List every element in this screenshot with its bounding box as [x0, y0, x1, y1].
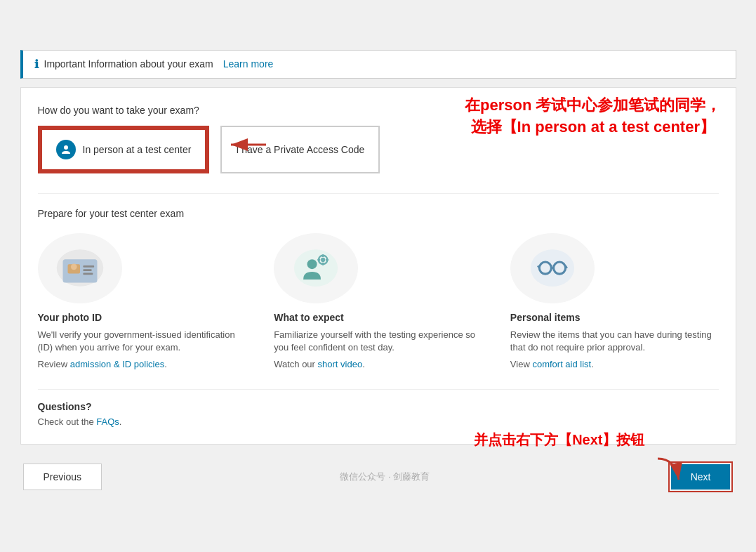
- svg-rect-17: [326, 258, 329, 261]
- comfort-aid-link[interactable]: comfort aid list: [532, 359, 591, 369]
- what-to-expect-desc: Familiarize yourself with the testing ex…: [274, 329, 482, 354]
- page-outer: ℹ Important Information about your exam …: [20, 50, 736, 503]
- photo-id-link[interactable]: admission & ID policies: [70, 359, 164, 369]
- nav-footer: Previous 微信公众号 · 剑藤教育 Next: [20, 452, 736, 502]
- info-banner-text: Important Information about your exam: [44, 58, 213, 70]
- faqs-link[interactable]: FAQs: [96, 416, 119, 427]
- main-card: 在person 考试中心参加笔试的同学， 选择【In person at a t…: [20, 87, 736, 445]
- option-test-center-button[interactable]: In person at a test center: [41, 129, 207, 171]
- watermark: 微信公众号 · 剑藤教育: [340, 471, 430, 483]
- svg-rect-16: [318, 258, 321, 261]
- learn-more-link[interactable]: Learn more: [223, 58, 274, 70]
- bottom-area: 并点击右下方【Next】按钮 Previous 微信公众号 · 剑藤教育 Nex…: [20, 452, 736, 502]
- photo-id-icon-wrapper: [38, 233, 122, 303]
- section-question: How do you want to take your exam?: [38, 105, 719, 116]
- what-to-expect-svg: [291, 247, 340, 289]
- svg-rect-15: [322, 263, 324, 265]
- svg-point-11: [307, 259, 317, 269]
- short-video-link[interactable]: short video: [318, 359, 363, 369]
- option-private-access-button[interactable]: I have a Private Access Code: [220, 126, 380, 173]
- previous-button[interactable]: Previous: [23, 464, 102, 490]
- prepare-title: Prepare for your test center exam: [38, 208, 719, 219]
- test-center-label: In person at a test center: [83, 144, 192, 155]
- svg-point-13: [321, 258, 325, 262]
- svg-rect-8: [83, 269, 91, 271]
- photo-id-title: Your photo ID: [38, 312, 246, 323]
- private-access-label: I have a Private Access Code: [236, 144, 364, 155]
- what-to-expect-title: What to expect: [274, 312, 482, 323]
- info-card-what-to-expect: What to expect Familiarize yourself with…: [274, 233, 482, 376]
- test-center-icon: [56, 140, 76, 159]
- photo-id-link-row: Review admission & ID policies.: [38, 358, 246, 371]
- svg-point-2: [64, 145, 68, 150]
- option-test-center-wrapper: In person at a test center: [38, 126, 210, 173]
- svg-point-6: [70, 263, 77, 270]
- questions-section: Questions? Check out the FAQs.: [38, 389, 719, 427]
- svg-point-10: [294, 249, 338, 287]
- photo-id-desc: We'll verify your government-issued iden…: [38, 329, 246, 354]
- personal-items-svg: [528, 247, 577, 289]
- info-icon: ℹ: [34, 58, 39, 71]
- personal-items-desc: Review the items that you can have durin…: [510, 329, 719, 354]
- personal-items-icon-wrapper: [510, 233, 595, 303]
- next-button[interactable]: Next: [671, 464, 731, 489]
- questions-desc: Check out the FAQs.: [38, 416, 719, 427]
- prepare-section: Prepare for your test center exam: [38, 193, 719, 376]
- what-to-expect-link-row: Watch our short video.: [274, 358, 482, 371]
- photo-id-svg: [55, 247, 105, 289]
- info-card-photo-id: Your photo ID We'll verify your governme…: [38, 233, 246, 376]
- svg-rect-9: [83, 272, 93, 275]
- svg-rect-14: [322, 254, 324, 257]
- next-button-wrapper: Next: [668, 461, 734, 492]
- questions-title: Questions?: [38, 401, 719, 412]
- svg-rect-7: [83, 265, 94, 268]
- info-cards: Your photo ID We'll verify your governme…: [38, 233, 719, 376]
- personal-items-link-row: View comfort aid list.: [510, 358, 719, 371]
- options-row: In person at a test center I have a Priv…: [38, 126, 719, 173]
- info-banner: ℹ Important Information about your exam …: [20, 50, 736, 79]
- what-to-expect-icon-wrapper: [274, 233, 358, 303]
- personal-items-title: Personal items: [510, 312, 719, 323]
- info-card-personal-items: Personal items Review the items that you…: [510, 233, 719, 376]
